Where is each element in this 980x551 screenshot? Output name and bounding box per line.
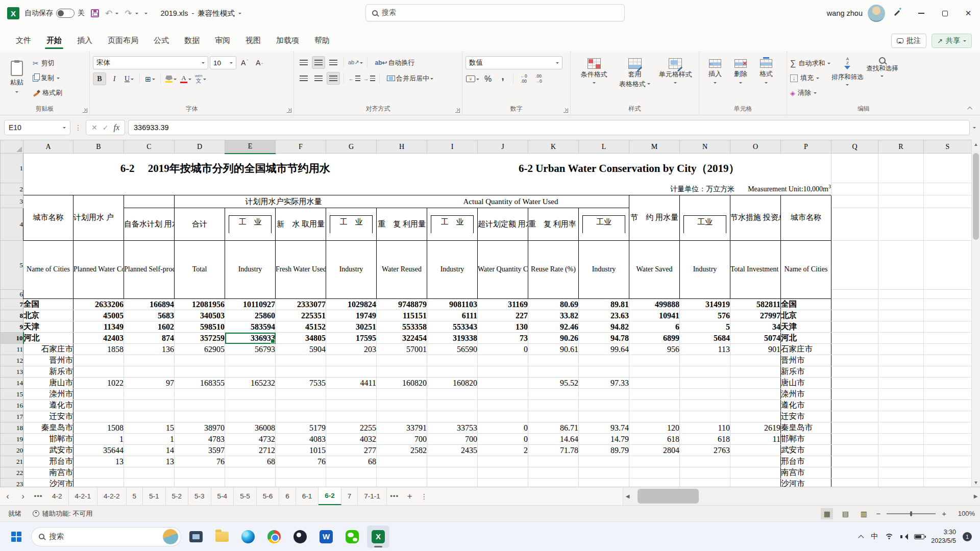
cell-N13[interactable] [680, 366, 730, 378]
undo-button[interactable]: ↶ [105, 8, 118, 19]
cell-N7[interactable]: 314919 [680, 299, 730, 310]
cell-G16[interactable] [326, 400, 377, 411]
cell-S10[interactable] [924, 333, 972, 344]
cell-H23[interactable] [377, 479, 427, 487]
align-right-button[interactable] [327, 72, 340, 85]
align-left-button[interactable] [297, 72, 310, 85]
cell-A9[interactable]: 天津 [23, 321, 74, 333]
cell-F13[interactable] [276, 366, 326, 378]
cell-I14[interactable]: 160820 [427, 378, 478, 389]
cell-E15[interactable] [225, 389, 276, 400]
row-header-14[interactable]: 14 [1, 378, 23, 389]
cell-P17[interactable]: 迁安市 [781, 411, 831, 422]
ribbon-tab-公式[interactable]: 公式 [146, 32, 177, 51]
sheet-tabs-overflow-right[interactable]: ••• [387, 487, 402, 505]
conditional-formatting-button[interactable]: 条件格式 [574, 54, 615, 105]
header-cn-F[interactable]: 新 水 取用量 [276, 208, 326, 241]
cell-S21[interactable] [924, 456, 972, 467]
horizontal-scroll-thumb[interactable] [638, 489, 699, 504]
cell-M21[interactable] [629, 456, 680, 467]
row-header-15[interactable]: 15 [1, 389, 23, 400]
row-header-10[interactable]: 10 [1, 333, 23, 344]
column-header-R[interactable]: R [878, 140, 924, 154]
cell-G9[interactable]: 30251 [326, 321, 377, 333]
cell-Q1[interactable] [831, 154, 878, 183]
cell-G7[interactable]: 1029824 [326, 299, 377, 310]
cell-H11[interactable]: 57001 [377, 344, 427, 355]
cell-M14[interactable] [629, 378, 680, 389]
cell-A7[interactable]: 全国 [23, 299, 74, 310]
cell-P21[interactable]: 邢台市 [781, 456, 831, 467]
cell-J22[interactable] [478, 467, 528, 479]
cell-O20[interactable] [730, 445, 781, 456]
merge-center-button[interactable]: 合并后居中 [383, 72, 437, 85]
cell-P22[interactable]: 南宫市 [781, 467, 831, 479]
cell-D9[interactable]: 598510 [175, 321, 225, 333]
column-header-E[interactable]: E [225, 140, 276, 154]
cell-B17[interactable] [74, 411, 124, 422]
number-format-combobox[interactable]: 数值 [465, 56, 562, 69]
cell-K17[interactable] [528, 411, 579, 422]
cell-B11[interactable]: 1858 [74, 344, 124, 355]
cell-A19[interactable]: 邯郸市 [23, 434, 74, 445]
cell-Q11[interactable] [831, 344, 878, 355]
cell-B8[interactable]: 45005 [74, 310, 124, 321]
cell-B15[interactable] [74, 389, 124, 400]
cell-O9[interactable]: 34 [730, 321, 781, 333]
column-header-K[interactable]: K [528, 140, 579, 154]
header-gap-C[interactable] [124, 195, 175, 208]
cell-K8[interactable]: 33.82 [528, 310, 579, 321]
increase-font-button[interactable]: Aˆ [238, 57, 251, 69]
cell-S22[interactable] [924, 467, 972, 479]
cell-M11[interactable]: 956 [629, 344, 680, 355]
header-en-P[interactable]: Name of Cities [781, 241, 831, 299]
cell-Q22[interactable] [831, 467, 878, 479]
document-title[interactable]: 2019.xls - 兼容性模式 [161, 9, 241, 18]
cell-S5[interactable] [924, 241, 972, 290]
cell-B19[interactable]: 1 [74, 434, 124, 445]
cell-F10[interactable]: 34805 [276, 333, 326, 344]
sheet-tab-5-3[interactable]: 5-3 [188, 487, 211, 505]
cell-Q7[interactable] [831, 299, 878, 310]
minimize-button[interactable] [910, 0, 933, 27]
cell-S4[interactable] [924, 208, 972, 241]
autosum-button[interactable]: ∑自动求和 [790, 57, 830, 69]
column-header-I[interactable]: I [427, 140, 478, 154]
accounting-format-button[interactable]: ¥ [465, 72, 480, 85]
cell-Q12[interactable] [831, 355, 878, 366]
cell-P13[interactable]: 新乐市 [781, 366, 831, 378]
cell-C19[interactable]: 1 [124, 434, 175, 445]
cell-B10[interactable]: 42403 [74, 333, 124, 344]
header-cn-I[interactable]: 工 业 [427, 208, 478, 241]
cell-Q6[interactable] [831, 290, 878, 299]
cell-O19[interactable]: 11 [730, 434, 781, 445]
cell-L10[interactable]: 94.78 [579, 333, 629, 344]
cell-J13[interactable] [478, 366, 528, 378]
cell-S2[interactable] [924, 183, 972, 195]
cell-Q14[interactable] [831, 378, 878, 389]
format-painter-button[interactable]: 格式刷 [33, 87, 62, 99]
cell-B12[interactable] [74, 355, 124, 366]
column-header-F[interactable]: F [276, 140, 326, 154]
cell-M7[interactable]: 499888 [629, 299, 680, 310]
header-en-G[interactable]: Industry [326, 241, 377, 299]
ribbon-tab-开始[interactable]: 开始 [39, 32, 69, 51]
header-cn-J[interactable]: 超计划定额 用水量 [478, 208, 528, 241]
cell-D8[interactable]: 340503 [175, 310, 225, 321]
cell-D13[interactable] [175, 366, 225, 378]
borders-button[interactable]: ⊞ [143, 72, 157, 85]
cell-P20[interactable]: 武安市 [781, 445, 831, 456]
cell-O17[interactable] [730, 411, 781, 422]
cell-F11[interactable]: 5904 [276, 344, 326, 355]
cell-R17[interactable] [878, 411, 924, 422]
cell-G21[interactable]: 68 [326, 456, 377, 467]
page-layout-view-button[interactable]: ▤ [839, 508, 851, 519]
cell-B20[interactable]: 35644 [74, 445, 124, 456]
cell-J17[interactable] [478, 411, 528, 422]
format-cells-button[interactable]: 格式 [753, 54, 779, 105]
cell-S15[interactable] [924, 389, 972, 400]
header-cn-C[interactable]: 自备水计划 用水户数 [124, 208, 175, 241]
cell-E8[interactable]: 25860 [225, 310, 276, 321]
header-en-H[interactable]: Water Reused [377, 241, 427, 299]
cell-I16[interactable] [427, 400, 478, 411]
